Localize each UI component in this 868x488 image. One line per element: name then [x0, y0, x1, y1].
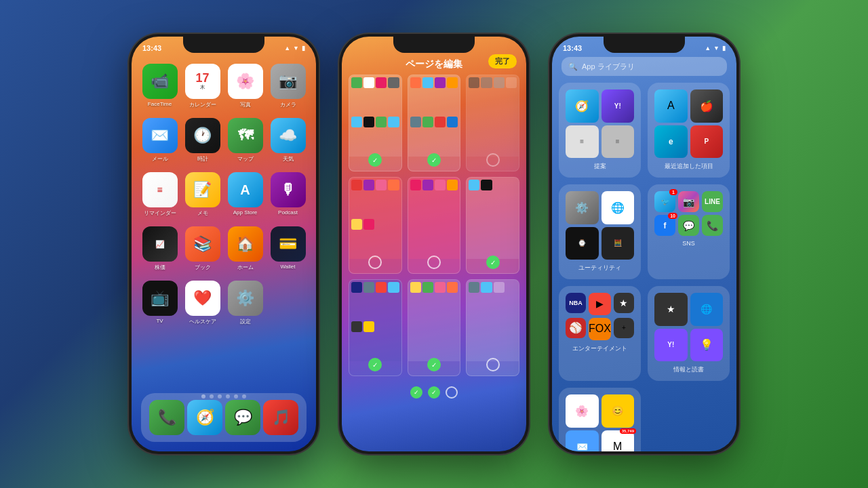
app-stocks[interactable]: 📈 株価 — [141, 226, 178, 271]
thumb-6-inner — [467, 178, 519, 259]
check-7: ✓ — [368, 358, 382, 371]
battery-icon-3: ▮ — [722, 45, 726, 52]
app-grid: 📹 FaceTime 17 木 カレンダー 🌸 写真 📷 カメラ — [132, 58, 316, 331]
search-icon: 🔍 — [568, 62, 578, 71]
weather-label: 天気 — [283, 155, 294, 163]
notch — [183, 37, 264, 53]
app-facetime[interactable]: 📹 FaceTime — [141, 64, 178, 108]
app-notes[interactable]: 📝 メモ — [184, 172, 221, 217]
emoji-folder-icon: 😊 — [601, 394, 635, 428]
check-6: ✓ — [486, 256, 500, 269]
yahoo2-folder-icon: 💡 — [690, 329, 724, 362]
facetime-label: FaceTime — [148, 101, 172, 107]
app-home[interactable]: 🏠 ホーム — [226, 226, 264, 271]
maps-icon: 🗺 — [228, 118, 263, 153]
thumb-9-inner — [467, 280, 519, 361]
reminder-icon: ≡ — [142, 172, 178, 207]
page-thumb-4[interactable] — [349, 177, 402, 274]
folder-utilities[interactable]: ⚙️ 🌐 ⌚ 🧮 ユーティリティ — [559, 184, 641, 279]
more-folder-icon: + — [614, 318, 634, 338]
folder-entertainment[interactable]: NBA ▶ ★ ⚾ FOX + エンターテイメント — [559, 286, 641, 381]
dock-safari[interactable]: 🧭 — [187, 400, 222, 435]
check-2: ✓ — [427, 153, 441, 167]
apple-folder-icon: 🍎 — [690, 89, 724, 123]
app-clock[interactable]: 🕐 時計 — [184, 118, 221, 163]
phone-2: 完了 ページを編集 ✓ — [339, 34, 529, 454]
page-editor-title: ページを編集 — [342, 58, 526, 70]
page-thumb-5[interactable] — [408, 177, 461, 274]
app-health[interactable]: ❤️ ヘルスケア — [184, 281, 221, 325]
camera-label: カメラ — [280, 101, 296, 108]
folder-suggestions[interactable]: 🧭 Y! ≡ ≡ 提案 — [559, 83, 641, 178]
folder-recently-icons: A 🍎 e P — [654, 89, 723, 158]
page-thumb-9[interactable] — [466, 279, 519, 376]
app-tv[interactable]: 📺 TV — [141, 281, 178, 325]
app-books[interactable]: 📚 ブック — [184, 226, 221, 271]
safari-folder-icon: 🧭 — [566, 89, 599, 123]
page-thumb-6[interactable]: ✓ — [466, 177, 519, 274]
instagram-folder-icon: 📷 — [678, 191, 699, 212]
thumb-3-inner — [467, 75, 519, 157]
mail-icon: ✉️ — [142, 118, 178, 153]
page-thumb-7[interactable]: ✓ — [349, 279, 402, 376]
dock-music[interactable]: 🎵 — [263, 400, 298, 435]
phone-1: 13:43 ▲ ▼ ▮ 📹 FaceTime 17 木 — [129, 34, 319, 454]
app-maps[interactable]: 🗺 マップ — [226, 118, 264, 163]
folder-sns[interactable]: 🐦 1 📷 LINE f 10 💬 📞 SNS — [648, 184, 730, 279]
weather-icon: ☁️ — [271, 118, 306, 153]
circle-1: ✓ — [410, 386, 422, 399]
check-1: ✓ — [368, 153, 382, 167]
circle-3 — [446, 386, 458, 399]
paravi-folder-icon: P — [690, 125, 724, 159]
app-weather[interactable]: ☁️ 天気 — [269, 118, 307, 163]
app-camera[interactable]: 📷 カメラ — [269, 64, 307, 108]
app-podcast[interactable]: 🎙 Podcast — [269, 172, 307, 217]
books-icon: 📚 — [185, 226, 220, 262]
folder-recently-label: 最近追加した項目 — [654, 162, 723, 171]
thumb-5-inner — [408, 178, 460, 259]
app-appstore[interactable]: A App Store — [226, 172, 264, 217]
page-thumb-8[interactable]: ✓ — [408, 279, 461, 376]
dock-phone[interactable]: 📞 — [149, 400, 184, 435]
phone-3: 13:43 ▲ ▼ ▮ 🔍 App ライブラリ 🧭 Y! ≡ — [549, 34, 739, 454]
edge-folder-icon: e — [654, 125, 688, 159]
app-reminder[interactable]: ≡ リマインダー — [141, 172, 178, 217]
check-9 — [486, 358, 500, 371]
notch-2 — [393, 37, 475, 53]
app-wallet[interactable]: 💳 Wallet — [269, 226, 307, 271]
app-library-bg: 13:43 ▲ ▼ ▮ 🔍 App ライブラリ 🧭 Y! ≡ — [552, 37, 736, 451]
photos-label: 写真 — [240, 101, 251, 108]
folder-recently-added[interactable]: A 🍎 e P 最近追加した項目 — [648, 83, 730, 178]
twitter-wrapper: 🐦 1 — [654, 191, 675, 212]
thumb-1-inner — [349, 75, 401, 157]
app-library-grid: 🧭 Y! ≡ ≡ 提案 A 🍎 e P 最近追加した項目 — [559, 83, 730, 451]
folder-suggestions-icons: 🧭 Y! ≡ ≡ — [566, 89, 634, 158]
yahoo-folder-icon: Y! — [601, 89, 635, 123]
page-thumb-3[interactable] — [466, 75, 519, 171]
watch-folder-icon: ⌚ — [566, 227, 599, 260]
wifi-icon: ▲ — [284, 45, 290, 52]
app-settings[interactable]: ⚙️ 設定 — [226, 281, 264, 325]
app-calendar[interactable]: 17 木 カレンダー — [184, 64, 221, 108]
gmail-badge: 35,749 — [620, 428, 636, 434]
page-thumb-2[interactable]: ✓ — [408, 75, 461, 171]
twitter-badge: 1 — [669, 189, 677, 195]
thumb-4-inner — [349, 178, 401, 259]
star-folder-icon: ★ — [614, 293, 634, 313]
dock-safari-icon: 🧭 — [187, 400, 222, 435]
folder-info[interactable]: ★ 🌐 Y! 💡 情報と読書 — [648, 286, 730, 381]
home-screen-bg: 13:43 ▲ ▼ ▮ 📹 FaceTime 17 木 — [132, 37, 316, 451]
folder-bottom1[interactable]: 🌸 😊 ✉️ M 35,749 — [559, 388, 641, 451]
fox-folder-icon: FOX — [589, 318, 611, 340]
maps-label: マップ — [237, 155, 254, 163]
search-bar[interactable]: 🔍 App ライブラリ — [561, 57, 727, 76]
thumb-7-inner — [349, 280, 401, 361]
line-folder-icon: LINE — [702, 191, 723, 212]
app-mail[interactable]: ✉️ メール — [141, 118, 178, 163]
dock-messages[interactable]: 💬 — [225, 400, 260, 435]
dock: 📞 🧭 💬 🎵 — [141, 393, 307, 442]
list2-icon: ≡ — [601, 125, 635, 159]
clock-label: 時計 — [197, 155, 208, 163]
app-photos[interactable]: 🌸 写真 — [226, 64, 264, 108]
page-thumb-1[interactable]: ✓ — [349, 75, 402, 171]
